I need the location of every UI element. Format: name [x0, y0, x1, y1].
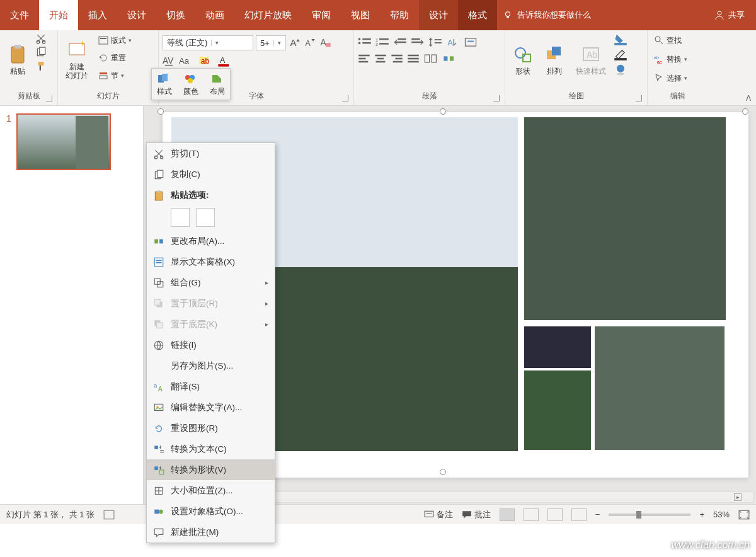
numbering-icon[interactable]: 12 — [375, 37, 389, 48]
smartart-styles-button[interactable]: 样式 — [157, 72, 172, 97]
ctx-new-comment[interactable]: 新建批注(M) — [147, 522, 275, 543]
picture-city[interactable] — [524, 326, 591, 368]
slide-thumbnail-1[interactable]: 1 — [6, 113, 137, 170]
tab-animations[interactable]: 动画 — [195, 0, 234, 30]
selection-handle[interactable] — [440, 469, 446, 475]
grow-font-icon[interactable]: A — [289, 35, 301, 49]
font-size-dropdown[interactable]: 5+▾ — [256, 35, 286, 50]
change-case-icon[interactable]: Aa — [179, 54, 194, 67]
find-button[interactable]: 查找 — [651, 33, 690, 48]
reset-button[interactable]: 重置 — [96, 50, 134, 66]
clipboard-launcher[interactable] — [46, 95, 52, 101]
paste-keep-source[interactable] — [171, 208, 190, 227]
layout-button[interactable]: 版式▾ — [96, 33, 134, 48]
scroll-right-icon[interactable]: ▸ — [734, 493, 742, 501]
tab-help[interactable]: 帮助 — [380, 0, 419, 30]
bullets-icon[interactable] — [358, 37, 372, 48]
font-launcher[interactable] — [342, 95, 348, 101]
ctx-convert-to-shapes[interactable]: 转换为形状(V) — [147, 459, 275, 480]
line-spacing-icon[interactable] — [428, 37, 442, 48]
new-slide-button[interactable]: 新建 幻灯片 — [62, 33, 92, 87]
align-left-icon[interactable] — [358, 53, 370, 64]
ctx-copy[interactable]: 复制(C) — [147, 164, 275, 185]
decrease-indent-icon[interactable] — [393, 37, 407, 48]
justify-icon[interactable] — [407, 53, 420, 64]
char-spacing-icon[interactable]: AV — [163, 54, 175, 67]
highlight-icon[interactable]: ab — [198, 54, 213, 67]
paste-picture[interactable] — [196, 208, 215, 227]
svg-rect-12 — [100, 38, 106, 39]
align-text-icon[interactable] — [464, 37, 478, 48]
collapse-ribbon-icon[interactable]: ᐱ — [746, 94, 751, 103]
zoom-in-button[interactable]: + — [699, 510, 704, 519]
paste-button[interactable]: 粘贴 — [4, 33, 32, 87]
tab-transitions[interactable]: 切换 — [156, 0, 195, 30]
align-center-icon[interactable] — [374, 53, 387, 64]
quick-styles-button[interactable]: Ab 快速样式 — [572, 33, 610, 87]
ctx-format-object[interactable]: 设置对象格式(O)... — [147, 501, 275, 522]
tab-insert[interactable]: 插入 — [78, 0, 117, 30]
tell-me-search[interactable]: 告诉我你想要做什么 — [497, 0, 703, 30]
notes-button[interactable]: 备注 — [424, 509, 453, 520]
fit-to-window-icon[interactable] — [738, 510, 750, 520]
spellcheck-icon[interactable] — [103, 510, 115, 520]
ctx-show-text-pane[interactable]: 显示文本窗格(X) — [147, 251, 275, 272]
normal-view-icon[interactable] — [500, 508, 515, 521]
zoom-out-button[interactable]: − — [595, 510, 600, 519]
replace-button[interactable]: abac替换▾ — [651, 52, 690, 67]
ctx-cut[interactable]: 剪切(T) — [147, 143, 275, 164]
ctx-translate[interactable]: aA翻译(S) — [147, 376, 275, 397]
ctx-reset-graphic[interactable]: 重设图形(R) — [147, 418, 275, 439]
reading-view-icon[interactable] — [547, 508, 563, 521]
columns-icon[interactable] — [423, 53, 438, 64]
tab-slideshow[interactable]: 幻灯片放映 — [234, 0, 302, 30]
slideshow-view-icon[interactable] — [571, 508, 587, 521]
font-name-dropdown[interactable]: 等线 (正文)▾ — [163, 35, 253, 50]
ctx-convert-to-text[interactable]: 转换为文本(C) — [147, 439, 275, 459]
drawing-launcher[interactable] — [636, 95, 642, 101]
increase-indent-icon[interactable] — [411, 37, 425, 48]
zoom-slider[interactable] — [609, 514, 690, 516]
shape-fill-icon[interactable] — [614, 33, 627, 45]
ctx-alt-text[interactable]: 编辑替换文字(A)... — [147, 397, 275, 418]
selection-handle[interactable] — [158, 108, 164, 115]
shape-outline-icon[interactable] — [614, 48, 627, 60]
tab-smartart-design[interactable]: 设计 — [419, 0, 458, 30]
clear-format-icon[interactable]: A — [319, 35, 331, 49]
tab-home[interactable]: 开始 — [39, 0, 78, 30]
align-right-icon[interactable] — [391, 53, 403, 64]
tab-review[interactable]: 审阅 — [302, 0, 341, 30]
select-button[interactable]: 选择▾ — [651, 71, 690, 86]
picture-village[interactable] — [595, 326, 724, 450]
tab-file[interactable]: 文件 — [0, 0, 39, 30]
shrink-font-icon[interactable]: A — [304, 35, 316, 49]
copy-icon[interactable] — [35, 47, 47, 58]
comments-button[interactable]: 批注 — [462, 509, 491, 520]
sorter-view-icon[interactable] — [524, 508, 539, 521]
shapes-button[interactable]: 形状 — [509, 33, 537, 87]
picture-koi[interactable] — [524, 117, 726, 320]
section-button[interactable]: 节▾ — [96, 68, 134, 83]
shape-effects-icon[interactable] — [614, 63, 627, 76]
ctx-link[interactable]: 链接(I) — [147, 335, 275, 355]
ctx-change-layout[interactable]: 更改布局(A)... — [147, 231, 275, 251]
tab-smartart-format[interactable]: 格式 — [458, 0, 497, 30]
convert-smartart-icon[interactable] — [442, 53, 457, 64]
text-direction-icon[interactable]: A — [446, 37, 460, 48]
font-color-icon[interactable]: A — [217, 54, 232, 67]
ctx-size-position[interactable]: 大小和位置(Z)... — [147, 480, 275, 501]
picture-flower[interactable] — [524, 370, 591, 450]
smartart-colors-button[interactable]: 颜色 — [183, 72, 198, 97]
selection-handle[interactable] — [440, 108, 446, 115]
format-painter-icon[interactable] — [35, 60, 47, 72]
tab-design[interactable]: 设计 — [117, 0, 156, 30]
selection-handle[interactable] — [742, 108, 748, 115]
share-button[interactable]: 共享 — [703, 0, 756, 30]
cut-icon[interactable] — [35, 33, 47, 44]
arrange-button[interactable]: 排列 — [541, 33, 568, 87]
paragraph-launcher[interactable] — [493, 95, 500, 101]
tab-view[interactable]: 视图 — [341, 0, 380, 30]
smartart-layouts-button[interactable]: 布局 — [210, 72, 225, 97]
ctx-group[interactable]: 组合(G)▸ — [147, 272, 275, 293]
ctx-save-as-picture[interactable]: 另存为图片(S)... — [147, 355, 275, 376]
